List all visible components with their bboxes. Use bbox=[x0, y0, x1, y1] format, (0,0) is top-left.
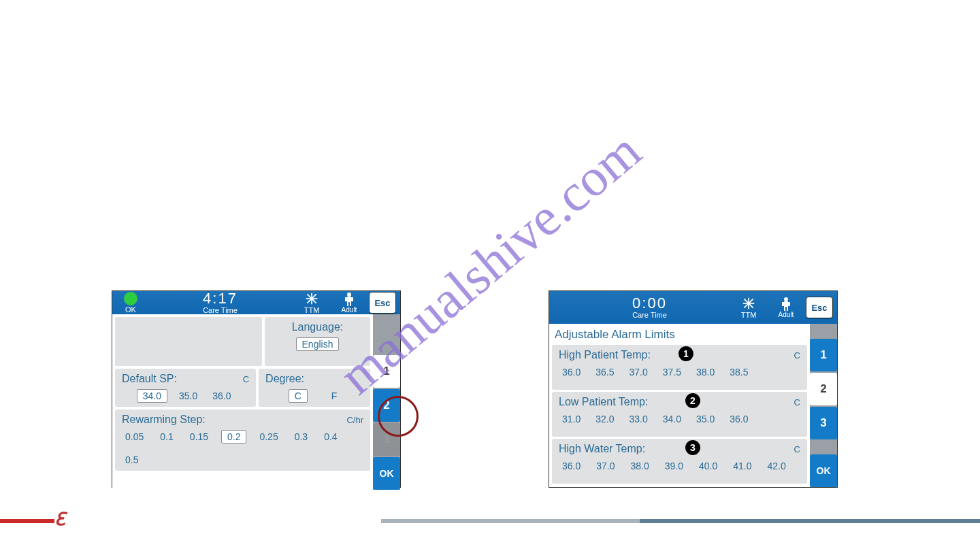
marker-3-icon: 3 bbox=[685, 440, 700, 455]
low-patient-options: 31.0 32.0 33.0 34.0 35.0 36.0 bbox=[559, 412, 800, 426]
device1-header: OK 4:17 Care Time TTM Adult Esc bbox=[112, 291, 400, 314]
footer-red-bar bbox=[0, 519, 54, 523]
rw-0.3[interactable]: 0.3 bbox=[291, 430, 311, 444]
blank-panel bbox=[115, 317, 262, 366]
language-panel[interactable]: Language: English bbox=[265, 317, 370, 366]
default-sp-options: 34.0 35.0 36.0 bbox=[122, 389, 249, 403]
hw-38.0[interactable]: 38.0 bbox=[627, 459, 653, 473]
hp-36.5[interactable]: 36.5 bbox=[592, 365, 617, 379]
svg-rect-18 bbox=[782, 302, 784, 306]
degree-panel[interactable]: Degree: C F bbox=[259, 369, 370, 407]
sp-opt-36[interactable]: 36.0 bbox=[209, 389, 234, 403]
tab-2-b[interactable]: 2 bbox=[810, 373, 837, 405]
hp-37.5[interactable]: 37.5 bbox=[659, 365, 685, 379]
tab-3[interactable]: 3 bbox=[373, 423, 400, 456]
rw-0.05[interactable]: 0.05 bbox=[122, 430, 147, 444]
high-patient-options: 36.0 36.5 37.0 37.5 38.0 38.5 bbox=[559, 365, 800, 379]
rw-0.2[interactable]: 0.2 bbox=[221, 430, 246, 444]
tab-2[interactable]: 2 bbox=[373, 389, 400, 422]
patient-type-label-2: Adult bbox=[779, 311, 794, 318]
hw-40.0[interactable]: 40.0 bbox=[696, 459, 721, 473]
high-water-label: High Water Temp: bbox=[559, 443, 645, 455]
person-icon bbox=[781, 297, 791, 311]
mode-area: TTM bbox=[291, 292, 332, 314]
tab-1[interactable]: 1 bbox=[373, 355, 400, 388]
mode-area-2: TTM bbox=[728, 297, 769, 319]
patient-type-area-2: Adult bbox=[769, 297, 803, 318]
hp-36.0[interactable]: 36.0 bbox=[559, 365, 584, 379]
svg-rect-19 bbox=[788, 302, 790, 306]
marker-1-icon: 1 bbox=[679, 346, 693, 361]
care-time-value-2: 0:00 bbox=[632, 296, 667, 311]
sp-opt-35[interactable]: 35.0 bbox=[176, 389, 201, 403]
lp-36.0[interactable]: 36.0 bbox=[726, 412, 751, 426]
svg-point-4 bbox=[347, 293, 351, 297]
care-time-area-2: 0:00 Care Time bbox=[571, 296, 728, 319]
snowflake-icon bbox=[742, 297, 755, 310]
hp-37.0[interactable]: 37.0 bbox=[626, 365, 651, 379]
degree-label: Degree: bbox=[265, 373, 304, 385]
care-time-label-2: Care Time bbox=[632, 311, 667, 319]
hp-38.5[interactable]: 38.5 bbox=[726, 365, 751, 379]
high-patient-unit: C bbox=[794, 350, 800, 361]
person-icon bbox=[344, 293, 354, 306]
footer-gray-bar bbox=[381, 519, 640, 523]
esc-button-2[interactable]: Esc bbox=[806, 297, 833, 318]
footer-blue-bar bbox=[640, 519, 980, 523]
rw-0.15[interactable]: 0.15 bbox=[186, 430, 212, 444]
device2-content: Adjustable Alarm Limits High Patient Tem… bbox=[549, 324, 810, 487]
esc-button[interactable]: Esc bbox=[369, 292, 396, 314]
lp-33.0[interactable]: 33.0 bbox=[626, 412, 651, 426]
hp-38.0[interactable]: 38.0 bbox=[693, 365, 718, 379]
mode-label-2: TTM bbox=[741, 311, 757, 319]
low-patient-unit: C bbox=[794, 397, 800, 407]
snowflake-icon bbox=[305, 292, 318, 305]
lp-34.0[interactable]: 34.0 bbox=[659, 412, 685, 426]
patient-type-area: Adult bbox=[332, 293, 366, 314]
hw-39.0[interactable]: 39.0 bbox=[662, 459, 687, 473]
rw-0.1[interactable]: 0.1 bbox=[157, 430, 176, 444]
high-water-panel[interactable]: High Water Temp: C 3 36.0 37.0 38.0 39.0… bbox=[552, 439, 807, 484]
tab-3-b[interactable]: 3 bbox=[810, 407, 837, 439]
degree-c[interactable]: C bbox=[289, 389, 308, 403]
rw-0.5[interactable]: 0.5 bbox=[122, 453, 142, 467]
status-label: OK bbox=[125, 305, 136, 314]
lp-35.0[interactable]: 35.0 bbox=[693, 412, 718, 426]
rewarming-panel[interactable]: Rewarming Step: C/hr 0.05 0.1 0.15 0.2 0… bbox=[115, 410, 370, 471]
svg-rect-8 bbox=[345, 297, 347, 301]
ok-button[interactable]: OK bbox=[373, 457, 400, 490]
svg-rect-9 bbox=[351, 297, 353, 301]
hw-37.0[interactable]: 37.0 bbox=[593, 459, 618, 473]
sp-opt-34[interactable]: 34.0 bbox=[137, 389, 167, 403]
tab-1-b[interactable]: 1 bbox=[810, 339, 837, 371]
svg-point-14 bbox=[784, 297, 788, 301]
lp-32.0[interactable]: 32.0 bbox=[592, 412, 617, 426]
default-sp-unit: C bbox=[243, 374, 249, 384]
care-time-value: 4:17 bbox=[203, 291, 238, 306]
care-time-label: Care Time bbox=[203, 306, 238, 314]
hw-42.0[interactable]: 42.0 bbox=[764, 459, 789, 473]
low-patient-label: Low Patient Temp: bbox=[559, 396, 648, 408]
ok-button-2[interactable]: OK bbox=[810, 454, 837, 487]
hw-41.0[interactable]: 41.0 bbox=[730, 459, 755, 473]
hw-36.0[interactable]: 36.0 bbox=[559, 459, 584, 473]
svg-rect-15 bbox=[784, 301, 788, 307]
patient-type-label: Adult bbox=[342, 306, 357, 314]
language-label: Language: bbox=[272, 321, 363, 333]
alarm-limits-title: Adjustable Alarm Limits bbox=[552, 327, 807, 343]
low-patient-panel[interactable]: Low Patient Temp: C 2 31.0 32.0 33.0 34.… bbox=[552, 392, 807, 437]
device1-tab-rail: 1 2 3 OK bbox=[373, 314, 400, 490]
svg-rect-5 bbox=[347, 297, 351, 302]
degree-f[interactable]: F bbox=[328, 389, 341, 403]
device-screen-2: 0:00 Care Time TTM Adult Esc Adjustable … bbox=[549, 290, 838, 488]
default-sp-panel[interactable]: Default SP: C 34.0 35.0 36.0 bbox=[115, 369, 256, 407]
device1-content: Language: English Default SP: C 34.0 35.… bbox=[112, 314, 373, 490]
rw-0.25[interactable]: 0.25 bbox=[256, 430, 281, 444]
logo-icon: Ɛ bbox=[54, 509, 65, 530]
language-value[interactable]: English bbox=[296, 337, 340, 351]
rw-0.4[interactable]: 0.4 bbox=[321, 430, 340, 444]
high-patient-panel[interactable]: High Patient Temp: C 1 36.0 36.5 37.0 37… bbox=[552, 345, 807, 390]
mode-label: TTM bbox=[304, 306, 320, 314]
rewarming-label: Rewarming Step: bbox=[122, 414, 206, 426]
lp-31.0[interactable]: 31.0 bbox=[559, 412, 584, 426]
